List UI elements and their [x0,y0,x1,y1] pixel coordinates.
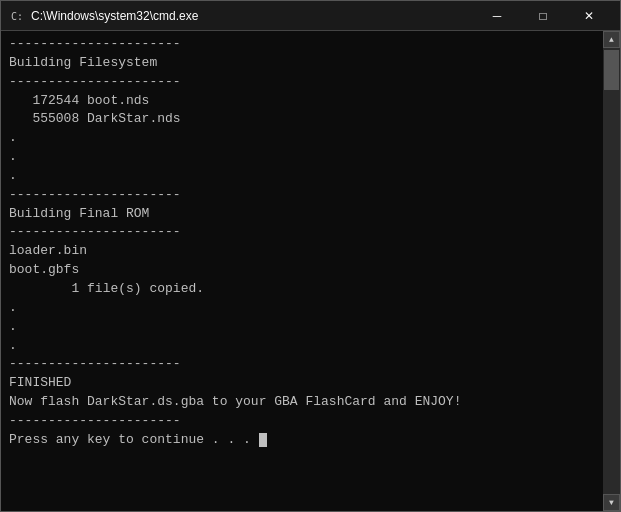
close-button[interactable]: ✕ [566,1,612,31]
maximize-button[interactable]: □ [520,1,566,31]
titlebar-left: C: C:\Windows\system32\cmd.exe [9,8,198,24]
scrollbar-track[interactable] [603,48,620,494]
scrollbar-thumb[interactable] [604,50,619,90]
titlebar-controls: ─ □ ✕ [474,1,612,31]
terminal-text: ---------------------- Building Filesyst… [9,35,595,450]
terminal-output[interactable]: ---------------------- Building Filesyst… [1,31,603,511]
titlebar-title: C:\Windows\system32\cmd.exe [31,9,198,23]
content-area: ---------------------- Building Filesyst… [1,31,620,511]
cmd-window: C: C:\Windows\system32\cmd.exe ─ □ ✕ ---… [0,0,621,512]
minimize-button[interactable]: ─ [474,1,520,31]
scroll-down-button[interactable]: ▼ [603,494,620,511]
scroll-up-button[interactable]: ▲ [603,31,620,48]
scrollbar[interactable]: ▲ ▼ [603,31,620,511]
cursor [259,433,267,447]
titlebar: C: C:\Windows\system32\cmd.exe ─ □ ✕ [1,1,620,31]
svg-text:C:: C: [11,11,23,22]
cmd-icon: C: [9,8,25,24]
